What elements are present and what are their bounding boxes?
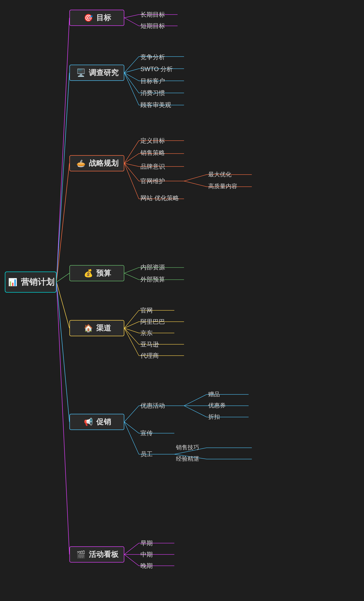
svg-line-13 <box>124 69 139 73</box>
svg-line-11 <box>124 57 139 73</box>
svg-line-4 <box>57 282 69 328</box>
svg-line-19 <box>124 73 139 105</box>
leaf-channel-2: 阿里巴巴 <box>140 318 165 326</box>
svg-line-35 <box>124 268 139 273</box>
branch-research: 🖥️ 调查研究 <box>69 65 124 81</box>
svg-line-45 <box>124 328 139 344</box>
research-label: 调查研究 <box>89 68 118 78</box>
svg-line-37 <box>124 273 139 280</box>
branch-channel: 🏠 渠道 <box>69 320 124 336</box>
leaf-board-2: 中期 <box>140 551 153 559</box>
leaf-channel-3: 京东 <box>140 329 153 337</box>
svg-line-41 <box>124 322 139 328</box>
leaf-research-2: SWTO 分析 <box>140 65 173 73</box>
leaf-channel-5: 代理商 <box>140 351 159 360</box>
mindmap-container: 📊 营销计划 🎯 目标 长期目标 短期目标 🖥️ 调查研究 竞争分析 SWTO … <box>0 0 364 601</box>
svg-line-29 <box>184 175 207 181</box>
leaf-board-1: 早期 <box>140 539 153 547</box>
leaf-research-5: 顾客审美观 <box>140 101 171 109</box>
branch-board: 🎬 活动看板 <box>69 546 124 562</box>
leaf-strategy-1: 定义目标 <box>140 137 165 145</box>
leaf-strategy-4: 官网维护 <box>140 177 165 185</box>
central-label: 营销计划 <box>21 276 54 288</box>
svg-line-55 <box>184 406 207 417</box>
central-node: 📊 营销计划 <box>5 271 57 293</box>
svg-line-0 <box>57 18 69 282</box>
budget-icon: 💰 <box>83 268 94 279</box>
svg-line-17 <box>124 73 139 93</box>
leaf-strategy-2: 销售策略 <box>140 149 165 157</box>
svg-line-49 <box>124 406 139 422</box>
svg-line-39 <box>124 310 139 328</box>
svg-line-33 <box>124 163 139 199</box>
leaf-strategy-4-2: 高质量内容 <box>208 182 237 190</box>
svg-line-43 <box>124 328 139 333</box>
board-label: 活动看板 <box>89 550 118 560</box>
leaf-strategy-3: 品牌意识 <box>140 162 165 171</box>
svg-line-47 <box>124 328 139 356</box>
svg-line-59 <box>124 422 139 454</box>
board-icon: 🎬 <box>75 549 86 560</box>
svg-line-5 <box>57 282 69 422</box>
leaf-promo-2: 宣传 <box>140 429 153 437</box>
leaf-channel-1: 官网 <box>140 306 153 315</box>
leaf-target-2: 短期目标 <box>140 22 165 30</box>
svg-line-2 <box>57 163 69 282</box>
leaf-budget-1: 内部资源 <box>140 263 165 271</box>
leaf-research-3: 目标客户 <box>140 77 165 85</box>
central-icon: 📊 <box>7 276 18 288</box>
branch-budget: 💰 预算 <box>69 265 124 281</box>
svg-line-57 <box>124 422 139 433</box>
svg-line-7 <box>124 15 139 18</box>
branch-target: 🎯 目标 <box>69 10 124 26</box>
branch-strategy: 🥧 战略规划 <box>69 155 124 171</box>
leaf-research-1: 竞争分析 <box>140 53 165 61</box>
svg-line-23 <box>124 154 139 163</box>
connector-lines <box>0 0 364 601</box>
leaf-strategy-5: 网站 优化策略 <box>140 194 179 202</box>
svg-line-21 <box>124 141 139 163</box>
channel-label: 渠道 <box>96 323 111 333</box>
leaf-promo-1: 优惠活动 <box>140 401 165 410</box>
leaf-target-1: 长期目标 <box>140 10 165 19</box>
leaf-promo-1-1: 赠品 <box>208 390 220 398</box>
leaf-budget-2: 外部预算 <box>140 275 165 283</box>
leaf-promo-1-2: 优惠券 <box>208 401 226 410</box>
svg-line-27 <box>124 163 139 181</box>
svg-line-15 <box>124 73 139 81</box>
svg-line-69 <box>124 554 139 566</box>
svg-line-6 <box>57 282 69 554</box>
svg-line-25 <box>124 163 139 167</box>
promo-icon: 📢 <box>83 416 94 428</box>
svg-line-1 <box>57 73 69 282</box>
promo-label: 促销 <box>96 417 111 427</box>
leaf-board-3: 晚期 <box>140 562 153 570</box>
strategy-label: 战略规划 <box>89 158 118 168</box>
leaf-promo-3: 员工 <box>140 450 153 458</box>
budget-label: 预算 <box>96 268 111 278</box>
research-icon: 🖥️ <box>75 67 86 78</box>
leaf-research-4: 消费习惯 <box>140 89 165 97</box>
channel-icon: 🏠 <box>83 322 94 334</box>
branch-promo: 📢 促销 <box>69 414 124 430</box>
leaf-promo-1-3: 折扣 <box>208 413 220 421</box>
svg-line-9 <box>124 18 139 26</box>
target-icon: 🎯 <box>83 12 94 23</box>
leaf-promo-3-1: 销售技巧 <box>176 444 199 451</box>
leaf-strategy-4-1: 最大优化 <box>208 170 231 179</box>
target-label: 目标 <box>96 13 111 23</box>
svg-line-51 <box>184 394 207 406</box>
svg-line-65 <box>124 543 139 554</box>
svg-line-31 <box>184 181 207 187</box>
strategy-icon: 🥧 <box>75 158 86 169</box>
leaf-promo-3-2: 经验精湛 <box>176 455 199 463</box>
leaf-channel-4: 亚马逊 <box>140 340 159 349</box>
svg-line-3 <box>57 273 69 282</box>
